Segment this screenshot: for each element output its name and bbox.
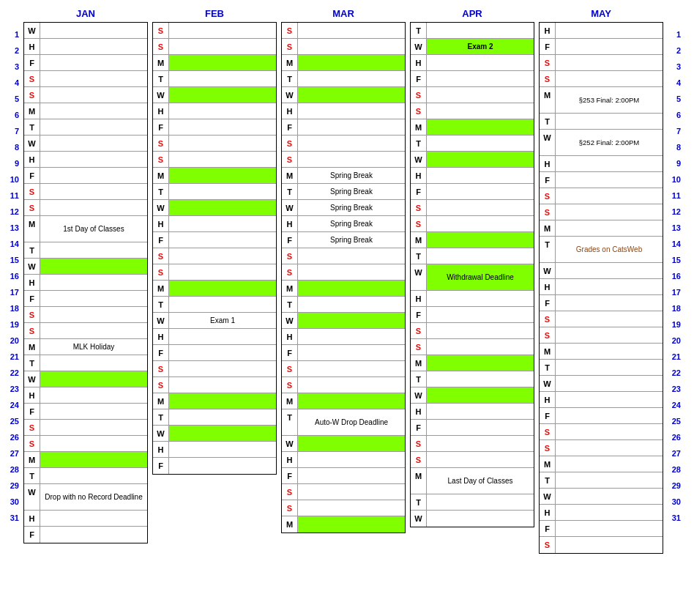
row-number: 5	[668, 91, 681, 107]
day-letter: T	[282, 297, 298, 312]
day-content: Spring Break	[298, 168, 405, 183]
day-letter: S	[411, 103, 427, 119]
day-letter: M	[540, 220, 556, 236]
right-row-numbers: 1234567891011121314151617181920212223242…	[668, 6, 681, 554]
day-row: HSpring Break	[282, 216, 405, 232]
row-number: 7	[668, 123, 681, 139]
row-number: 24	[6, 397, 19, 413]
row-number: 20	[668, 333, 681, 349]
day-letter: S	[282, 23, 298, 38]
day-letter: M	[24, 216, 40, 242]
day-content	[40, 371, 147, 387]
day-letter: M	[540, 87, 556, 113]
day-letter: H	[153, 103, 169, 119]
day-row: M§253 Final: 2:00PM	[540, 87, 663, 114]
day-content	[427, 436, 534, 451]
day-content	[298, 484, 405, 500]
day-content	[427, 216, 534, 231]
day-content	[427, 494, 534, 510]
day-letter: S	[153, 248, 169, 264]
day-row: T	[153, 184, 276, 200]
day-row: H	[24, 152, 147, 168]
day-letter: M	[153, 393, 169, 409]
day-letter: S	[540, 188, 556, 204]
day-content	[169, 168, 276, 183]
day-content	[40, 259, 147, 274]
day-letter: W	[540, 263, 556, 278]
day-content: Spring Break	[298, 184, 405, 199]
day-letter: S	[153, 39, 169, 54]
day-letter: S	[282, 361, 298, 376]
day-letter: T	[282, 71, 298, 86]
day-content	[169, 23, 276, 38]
day-row: T	[411, 248, 534, 264]
day-content: Exam 2	[427, 39, 534, 54]
day-row: F	[540, 408, 663, 424]
day-letter: M	[24, 452, 40, 467]
day-content	[556, 279, 663, 294]
day-content	[556, 505, 663, 520]
day-content	[427, 232, 534, 248]
day-letter: H	[282, 329, 298, 344]
day-content	[427, 119, 534, 135]
day-content	[169, 200, 276, 215]
day-row: S	[24, 184, 147, 200]
row-number: 30	[668, 494, 681, 510]
day-row: S	[24, 200, 147, 216]
day-row: H	[153, 103, 276, 119]
row-number: 25	[668, 413, 681, 429]
day-row: M1st Day of Classes	[24, 216, 147, 242]
day-content	[40, 291, 147, 306]
row-number: 6	[668, 107, 681, 123]
row-number: 26	[6, 429, 19, 445]
row-number: 4	[668, 75, 681, 91]
day-content	[298, 516, 405, 532]
day-letter: W	[411, 387, 427, 403]
day-letter: H	[411, 291, 427, 306]
day-letter: W	[282, 87, 298, 103]
day-content	[427, 511, 534, 527]
day-row: TSpring Break	[282, 184, 405, 200]
day-content	[298, 361, 405, 376]
day-row: S	[153, 136, 276, 152]
day-letter: S	[153, 264, 169, 280]
day-row: T	[24, 355, 147, 371]
day-letter: W	[24, 136, 40, 151]
day-row: H	[153, 329, 276, 345]
day-row: W	[24, 23, 147, 39]
day-row: S	[282, 361, 405, 377]
day-content	[169, 39, 276, 54]
day-letter: T	[540, 472, 556, 488]
day-row: S	[24, 436, 147, 452]
day-content	[169, 103, 276, 119]
day-content	[556, 408, 663, 423]
day-row: S	[282, 39, 405, 55]
day-letter: H	[540, 23, 556, 38]
row-number: 20	[6, 333, 19, 349]
day-row: H	[411, 168, 534, 184]
day-row: M	[540, 220, 663, 237]
day-row: H	[411, 404, 534, 420]
day-content	[298, 281, 405, 296]
day-content	[556, 156, 663, 171]
day-content: Spring Break	[298, 200, 405, 215]
day-letter: S	[540, 311, 556, 327]
day-content	[427, 55, 534, 70]
row-number: 9	[668, 155, 681, 171]
day-letter: S	[153, 136, 169, 151]
row-number: 29	[6, 478, 19, 494]
day-letter: S	[282, 264, 298, 280]
day-row: F	[24, 527, 147, 543]
day-content	[427, 103, 534, 119]
day-content	[40, 168, 147, 183]
calendar-wrapper: 1234567891011121314151617181920212223242…	[6, 6, 694, 554]
day-letter: S	[540, 204, 556, 220]
day-row: T	[540, 114, 663, 130]
row-number: 8	[668, 139, 681, 155]
day-row: M	[153, 281, 276, 297]
day-row: S	[540, 188, 663, 204]
day-content: Spring Break	[298, 216, 405, 231]
day-letter: W	[24, 371, 40, 387]
row-number: 14	[668, 236, 681, 252]
day-row: W	[411, 511, 534, 527]
